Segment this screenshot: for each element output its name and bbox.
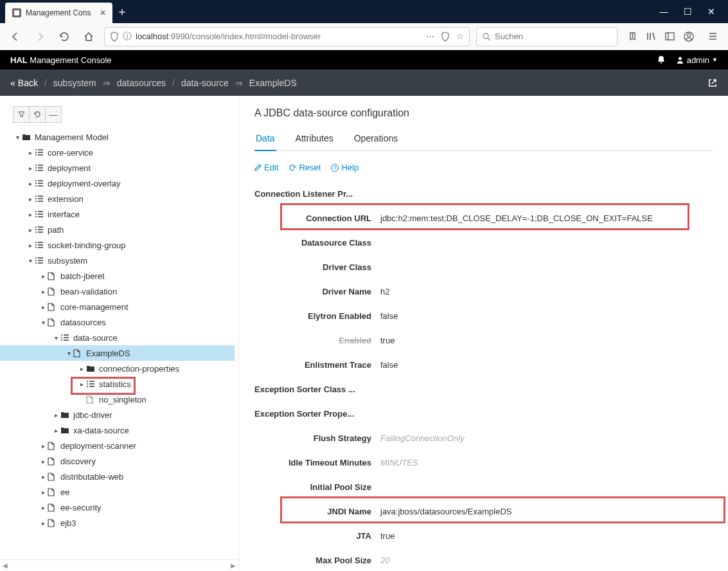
caret-icon[interactable]: ▾ — [51, 334, 60, 341]
tree-item[interactable]: ▸interface — [0, 206, 235, 222]
tree-item[interactable]: ▾ExampleDS — [0, 345, 235, 361]
caret-icon[interactable]: ▸ — [26, 180, 35, 187]
caret-icon[interactable]: ▸ — [39, 489, 48, 496]
caret-icon[interactable]: ▸ — [77, 381, 86, 388]
bookmark-star-icon[interactable]: ☆ — [456, 32, 464, 42]
url-more-icon[interactable]: ⋯ — [426, 32, 434, 42]
url-bar[interactable]: ⓘ localhost:9990/console/index.html#mode… — [104, 27, 470, 46]
refresh-button[interactable] — [29, 106, 46, 123]
tree-item[interactable]: no_singleton — [0, 392, 235, 407]
caret-icon[interactable]: ▸ — [39, 304, 48, 311]
tree-item[interactable]: ▸ee — [0, 484, 235, 500]
search-input[interactable] — [495, 32, 612, 41]
edit-action[interactable]: Edit — [254, 163, 278, 172]
tree-item[interactable]: ▸deployment-overlay — [0, 176, 235, 191]
caret-icon[interactable]: ▸ — [51, 412, 60, 419]
filter-button[interactable] — [13, 106, 30, 123]
scroll-right-icon[interactable]: ▶ — [231, 562, 236, 569]
tree-node-icon — [22, 133, 33, 141]
caret-icon[interactable]: ▸ — [51, 427, 60, 434]
breadcrumb-back[interactable]: « Back — [10, 78, 38, 88]
tree-item[interactable]: ▸deployment-scanner — [0, 438, 235, 453]
tree-item[interactable]: ▸jdbc-driver — [0, 407, 235, 422]
tree-item[interactable]: ▸ejb3 — [0, 515, 235, 530]
maximize-icon[interactable]: ☐ — [684, 6, 692, 17]
nav-back-icon[interactable] — [6, 28, 24, 46]
library-icon[interactable] — [646, 32, 656, 42]
tree-item[interactable]: ▸socket-binding-group — [0, 237, 235, 253]
caret-icon[interactable]: ▾ — [39, 319, 48, 326]
minimize-icon[interactable]: — — [659, 6, 668, 17]
breadcrumb-item[interactable]: subsystem — [53, 78, 96, 88]
tree-item[interactable]: ▸xa-data-source — [0, 422, 235, 438]
tab-attributes[interactable]: Attributes — [294, 133, 335, 150]
reader-icon[interactable] — [441, 32, 450, 42]
caret-icon[interactable]: ▸ — [77, 365, 86, 372]
caret-icon[interactable]: ▸ — [26, 165, 35, 172]
tree-item[interactable]: ▾subsystem — [0, 253, 235, 268]
account-icon[interactable] — [684, 32, 694, 42]
caret-icon[interactable]: ▸ — [26, 211, 35, 218]
attribute-row: Datasource Class — [254, 230, 713, 255]
breadcrumb-item[interactable]: data-source — [181, 78, 229, 88]
caret-icon[interactable]: ▸ — [39, 273, 48, 280]
app-brand: HAL Management Console — [10, 55, 112, 65]
caret-icon[interactable]: ▸ — [26, 149, 35, 156]
nav-home-icon[interactable] — [80, 28, 98, 46]
tree-item[interactable]: ▸connection-properties — [0, 361, 235, 376]
tab-data[interactable]: Data — [254, 133, 276, 151]
sidebar-toggle-icon[interactable] — [665, 32, 675, 42]
breadcrumb-item[interactable]: ExampleDS — [249, 78, 297, 88]
tree-node-icon — [60, 426, 72, 434]
tree-item[interactable]: ▸core-service — [0, 145, 235, 160]
caret-icon[interactable]: ▸ — [39, 458, 48, 465]
browser-tab[interactable]: Management Cons ✕ — [5, 3, 112, 23]
tree-item[interactable]: ▸bean-validation — [0, 284, 235, 299]
tree-item[interactable]: ▸distributable-web — [0, 469, 235, 484]
nav-reload-icon[interactable] — [55, 28, 73, 46]
search-bar[interactable] — [476, 27, 617, 46]
caret-icon[interactable]: ▸ — [26, 242, 35, 249]
close-window-icon[interactable]: ✕ — [707, 6, 715, 17]
bookmark-library-icon[interactable] — [628, 32, 637, 42]
caret-icon[interactable]: ▸ — [39, 473, 48, 480]
caret-icon[interactable]: ▸ — [39, 504, 48, 511]
caret-icon[interactable]: ▾ — [26, 257, 35, 264]
tree-item[interactable]: ▸ee-security — [0, 500, 235, 515]
help-action[interactable]: ? Help — [331, 163, 359, 172]
caret-icon[interactable]: ▸ — [39, 442, 48, 449]
caret-icon[interactable]: ▸ — [26, 195, 35, 203]
collapse-button[interactable]: — — [45, 106, 62, 123]
tree-item[interactable]: ▾Management Model — [0, 129, 235, 145]
caret-icon[interactable] — [77, 396, 86, 403]
caret-icon[interactable]: ▸ — [39, 520, 48, 527]
info-icon[interactable]: ⓘ — [123, 31, 132, 42]
scroll-left-icon[interactable]: ◀ — [3, 562, 8, 569]
tree-item[interactable]: ▸statistics — [0, 376, 235, 392]
caret-icon[interactable]: ▾ — [13, 134, 22, 141]
tree-item[interactable]: ▸extension — [0, 191, 235, 206]
caret-icon[interactable]: ▸ — [39, 288, 48, 295]
tree-item[interactable]: ▸discovery — [0, 453, 235, 469]
external-link-icon[interactable] — [707, 78, 718, 88]
tree-item[interactable]: ▾datasources — [0, 314, 235, 330]
tree-item[interactable]: ▸batch-jberet — [0, 268, 235, 284]
menu-icon[interactable] — [708, 32, 718, 42]
user-menu[interactable]: admin ▼ — [676, 55, 718, 65]
shield-icon[interactable] — [110, 32, 119, 42]
tree-item[interactable]: ▾data-source — [0, 330, 235, 345]
breadcrumb-item[interactable]: datasources — [117, 78, 166, 88]
caret-icon[interactable]: ▸ — [26, 226, 35, 233]
tree-item[interactable]: ▸path — [0, 222, 235, 237]
caret-icon[interactable]: ▾ — [64, 350, 73, 357]
reset-action[interactable]: Reset — [289, 163, 321, 172]
svg-rect-3 — [666, 33, 674, 40]
tree-item[interactable]: ▸deployment — [0, 160, 235, 176]
tree-item[interactable]: ▸core-management — [0, 299, 235, 314]
tree-node-icon — [48, 519, 59, 527]
tab-operations[interactable]: Operations — [353, 133, 399, 150]
sidebar-hscrollbar[interactable]: ◀ ▶ — [0, 559, 238, 571]
new-tab-button[interactable]: ＋ — [116, 4, 128, 19]
tab-close-icon[interactable]: ✕ — [100, 8, 106, 17]
notification-bell-icon[interactable] — [657, 55, 666, 64]
